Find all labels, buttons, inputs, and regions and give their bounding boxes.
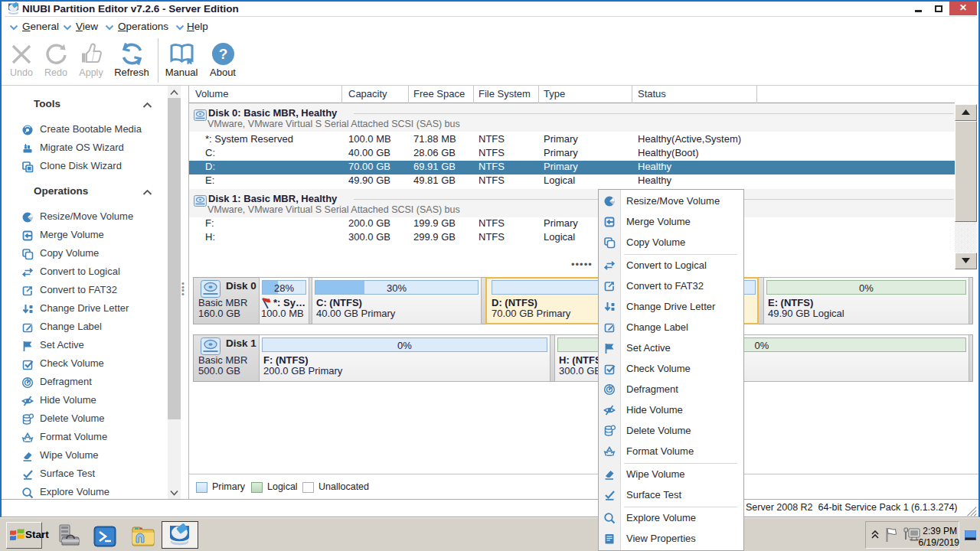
svg-text:?: ? <box>219 46 228 62</box>
